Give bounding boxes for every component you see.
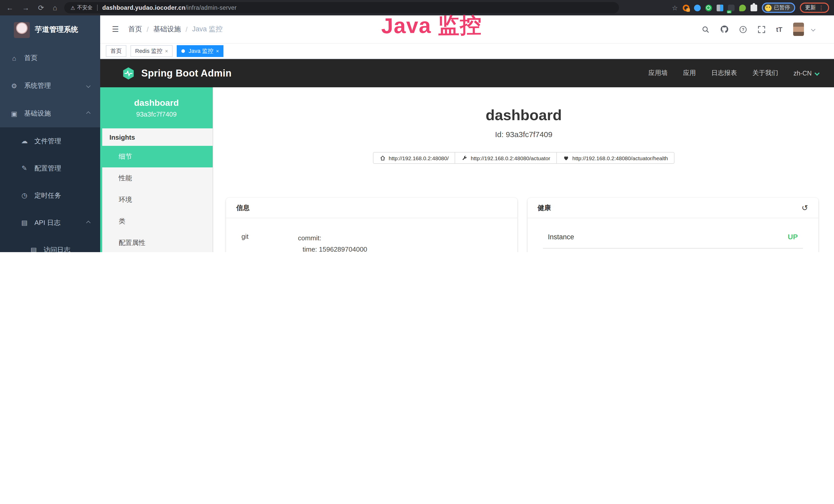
extension-icon-1[interactable] [682, 4, 689, 11]
extension-icon-2[interactable] [694, 4, 700, 11]
cards-right-column: 健康 ↺ Instance UP 线程 [527, 198, 818, 252]
sidebar-item-infra[interactable]: ▣基础设施 [0, 100, 100, 127]
sidebar-item-jobs[interactable]: ◷定时任务 [0, 182, 100, 209]
update-button[interactable]: 更新⋮ [800, 3, 829, 13]
edit-icon: ✎ [21, 164, 28, 172]
nav-item-metrics[interactable]: 性能 [102, 167, 213, 189]
annotation-java-monitor: Java 监控 [381, 11, 482, 40]
app-frame: ☰ 首页 / 基础设施 / Java 监控 ? tT 首页 Redis 监控× … [100, 16, 834, 252]
extension-icon-5[interactable] [728, 4, 734, 11]
sba-nav: 应用墙 应用 日志报表 关于我们 zh-CN [648, 69, 819, 77]
breadcrumb-infra[interactable]: 基础设施 [153, 25, 181, 34]
extension-icon-3[interactable] [705, 4, 712, 11]
info-card-header: 信息 [226, 198, 517, 218]
app-logo-row: 芋道管理系统 [0, 16, 100, 44]
tag-redis-monitor[interactable]: Redis 监控× [130, 45, 173, 57]
tags-view: 首页 Redis 监控× Java 监控× [100, 44, 834, 59]
health-card-body: Instance UP [527, 218, 818, 249]
service-url-button[interactable]: http://192.168.0.2:48080/ [373, 152, 455, 164]
sba-nav-about[interactable]: 关于我们 [752, 69, 778, 77]
health-instance-row[interactable]: Instance UP [543, 218, 803, 249]
url-text: dashboard.yudao.iocoder.cn/infra/admin-s… [102, 5, 237, 11]
github-icon[interactable] [720, 25, 728, 33]
warning-icon: ⚠ [70, 5, 75, 10]
tag-home[interactable]: 首页 [106, 45, 126, 57]
sidebar-item-access-log[interactable]: ▤访问日志 [0, 236, 100, 252]
chevron-up-icon [86, 111, 91, 116]
nav-item-environment[interactable]: 环境 [102, 189, 213, 210]
health-url-button[interactable]: http://192.168.0.2:48080/actuator/health [557, 152, 675, 164]
info-row-label: git [241, 233, 298, 252]
close-icon[interactable]: × [216, 48, 219, 54]
dashboard-icon: ⌂ [10, 54, 18, 62]
header-actions: ? tT [701, 23, 834, 36]
instance-links: http://192.168.0.2:48080/ http://192.168… [213, 152, 834, 164]
chevron-up-icon [86, 221, 91, 225]
browser-toolbar-right: ☆ 已暂停 更新⋮ [672, 3, 834, 13]
forward-icon[interactable]: → [22, 4, 29, 11]
chevron-down-icon[interactable] [811, 27, 815, 31]
hamburger-icon[interactable]: ☰ [112, 25, 119, 34]
bookmark-star-icon[interactable]: ☆ [672, 4, 678, 12]
extension-icon-4[interactable] [716, 4, 723, 11]
screenshot-root: ← → ⟳ ⌂ ⚠不安全 dashboard.yudao.iocoder.cn/… [0, 0, 834, 252]
sba-locale-select[interactable]: zh-CN [793, 70, 819, 77]
nav-group-label[interactable]: Insights [102, 129, 213, 146]
sba-nav-wallboard[interactable]: 应用墙 [648, 69, 667, 77]
breadcrumb-home[interactable]: 首页 [128, 25, 142, 34]
url-bar[interactable]: ⚠不安全 dashboard.yudao.iocoder.cn/infra/ad… [64, 2, 619, 13]
nav-item-classes[interactable]: 类 [102, 210, 213, 232]
info-card-body: git commit: time: 1596289704000 id: 27aa… [226, 218, 517, 252]
sidebar-item-files[interactable]: ☁文件管理 [0, 127, 100, 155]
browser-menu-icon[interactable]: ⋮ [818, 4, 824, 11]
user-avatar[interactable] [793, 23, 804, 36]
actuator-url-button[interactable]: http://192.168.0.2:48080/actuator [455, 152, 557, 164]
instance-header[interactable]: dashboard 93a3fc7f7409 [100, 87, 213, 129]
info-row-value: commit: time: 1596289704000 id: 27aa832 … [298, 233, 367, 252]
page-title: dashboard [213, 107, 834, 124]
extensions-puzzle-icon[interactable] [750, 4, 757, 11]
profile-chip[interactable]: 已暂停 [762, 3, 795, 13]
extension-icon-6[interactable] [739, 4, 746, 11]
nav-item-configprops[interactable]: 配置属性 [102, 232, 213, 252]
sidebar-item-config[interactable]: ✎配置管理 [0, 155, 100, 182]
browser-nav: ← → ⟳ ⌂ [0, 4, 57, 11]
sidebar-item-system[interactable]: ⚙系统管理 [0, 72, 100, 100]
back-icon[interactable]: ← [6, 4, 13, 11]
search-icon[interactable] [701, 25, 709, 33]
spring-boot-admin-logo [122, 66, 135, 81]
breadcrumb: 首页 / 基础设施 / Java 监控 [128, 25, 223, 34]
instance-id-line: Id: 93a3fc7f7409 [213, 130, 834, 139]
sba-nav-applications[interactable]: 应用 [683, 69, 696, 77]
security-warning[interactable]: ⚠不安全 [70, 4, 92, 11]
wrench-icon [462, 155, 468, 161]
info-card: 信息 git commit: time: 1596289704000 id: 2… [226, 198, 517, 252]
app-logo [14, 22, 30, 38]
heart-icon [563, 155, 569, 161]
gear-icon: ⚙ [10, 82, 18, 90]
tag-java-monitor[interactable]: Java 监控× [177, 45, 223, 57]
close-icon[interactable]: × [165, 48, 168, 54]
sba-nav-journal[interactable]: 日志报表 [711, 69, 737, 77]
health-row-label: Instance [548, 233, 574, 240]
status-badge: UP [788, 233, 798, 241]
info-git-row: git commit: time: 1596289704000 id: 27aa… [241, 218, 502, 252]
font-size-icon[interactable]: tT [776, 25, 782, 33]
app-title: 芋道管理系统 [35, 25, 78, 35]
cards-left-column: 信息 git commit: time: 1596289704000 id: 2… [226, 198, 517, 252]
reload-icon[interactable]: ⟳ [38, 4, 44, 11]
sidebar-item-api-log[interactable]: ▤API 日志 [0, 209, 100, 236]
divider [97, 5, 97, 11]
sba-brand[interactable]: Spring Boot Admin [122, 66, 232, 81]
fullscreen-icon[interactable] [758, 25, 765, 33]
log-icon: ▤ [30, 246, 38, 252]
history-icon[interactable]: ↺ [802, 203, 808, 212]
cards-area: 信息 git commit: time: 1596289704000 id: 2… [213, 198, 834, 252]
clock-icon: ◷ [21, 191, 28, 199]
sidebar-item-home[interactable]: ⌂首页 [0, 44, 100, 72]
instance-sidebar: dashboard 93a3fc7f7409 Insights 细节 性能 环境… [100, 87, 213, 252]
sba-navbar: Spring Boot Admin 应用墙 应用 日志报表 关于我们 zh-CN [100, 59, 834, 87]
help-icon[interactable]: ? [739, 25, 747, 33]
home-icon[interactable]: ⌂ [53, 4, 57, 11]
nav-item-details[interactable]: 细节 [100, 146, 213, 167]
